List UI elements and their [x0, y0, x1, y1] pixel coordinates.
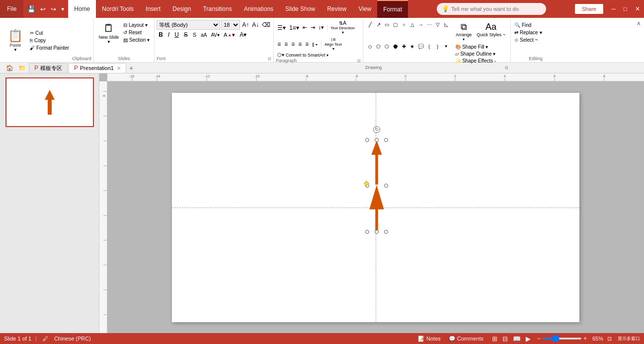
new-slide-button[interactable]: 🗒 New Slide ▼ [97, 20, 121, 46]
underline-button[interactable]: U [172, 31, 181, 39]
paste-button[interactable]: 📋 Paste ▼ [4, 20, 27, 61]
slide-item-1[interactable]: 1 [5, 77, 94, 127]
shape-rtarrow[interactable]: → [417, 21, 424, 28]
shape-effects-button[interactable]: ✨ Shape Effects - [454, 58, 507, 64]
shape-container[interactable]: ↻ [367, 140, 386, 232]
clear-format-button[interactable]: ⌫ [261, 21, 271, 29]
minimize-button[interactable]: ─ [607, 3, 620, 14]
template-tab[interactable]: P 模板专区 [29, 63, 68, 73]
tab-animations[interactable]: Animations [238, 0, 279, 18]
home-folder-button[interactable]: 🏠 [4, 64, 15, 72]
tab-review[interactable]: Review [321, 0, 352, 18]
handle-tr[interactable] [384, 138, 388, 142]
slide-show-button[interactable]: ▶ [524, 334, 532, 344]
font-color-button[interactable]: A▾ [238, 31, 248, 39]
shape-arrow[interactable]: ↗ [375, 21, 382, 28]
handle-tl[interactable] [365, 138, 369, 142]
zoom-out-button[interactable]: − [537, 335, 541, 342]
tab-slideshow[interactable]: Slide Show [279, 0, 321, 18]
slide-sorter-button[interactable]: ⊟ [501, 334, 509, 344]
char-spacing-button[interactable]: AV▾ [209, 32, 221, 38]
tell-me-input[interactable] [451, 6, 541, 12]
shape-outline-button[interactable]: ▱ Shape Outline ▾ [454, 51, 507, 57]
qat-more[interactable]: ▼ [59, 5, 66, 13]
font-size-decrease[interactable]: A↓ [251, 21, 260, 29]
shape-expand[interactable]: ▼ [442, 43, 450, 50]
shape-star[interactable]: ★ [408, 43, 416, 50]
numbering-button[interactable]: 1≡▾ [288, 24, 301, 32]
text-direction-button[interactable]: ⇅A Text Direction ▾ [329, 20, 356, 35]
handle-br[interactable] [384, 230, 388, 234]
file-button[interactable]: File [0, 0, 23, 18]
share-button[interactable]: Share [575, 4, 603, 14]
shape-octagon[interactable]: ⯃ [392, 43, 399, 50]
close-button[interactable]: ✕ [631, 3, 644, 14]
normal-view-button[interactable]: ⊞ [490, 334, 499, 344]
font-size-input2[interactable]: A▲▾ [222, 31, 237, 39]
shape-rt-tri[interactable]: ◺ [442, 21, 450, 28]
format-painter-button[interactable]: 🖌 Format Painter [28, 45, 71, 51]
paste-dropdown[interactable]: ▼ [13, 48, 17, 52]
rotation-handle[interactable]: ↻ [373, 126, 380, 133]
smallcaps-button[interactable]: aA [199, 32, 208, 38]
italic-button[interactable]: I [166, 31, 171, 39]
columns-button[interactable]: ⫿▾ [311, 41, 320, 48]
qat-undo[interactable]: ↩ [38, 4, 48, 14]
folder-button[interactable]: 📁 [16, 64, 28, 72]
indent-decrease[interactable]: ⇤ [301, 24, 309, 31]
slide-page[interactable]: ↻ [172, 93, 579, 322]
shape-hex[interactable]: ⬡ [383, 43, 391, 50]
comments-button[interactable]: 💬 Comments [446, 335, 486, 343]
zoom-slider[interactable] [542, 338, 582, 340]
handle-bc[interactable] [375, 230, 379, 234]
maximize-button[interactable]: □ [620, 3, 631, 14]
strikethrough-button[interactable]: S [182, 31, 190, 39]
zoom-in-button[interactable]: + [583, 335, 587, 342]
qat-redo[interactable]: ↪ [49, 4, 58, 14]
arrange-button[interactable]: ⧉ Arrange ▾ [454, 21, 474, 43]
align-justify[interactable]: ≡ [297, 40, 303, 48]
cut-button[interactable]: ✂ Cut [28, 30, 71, 36]
select-button[interactable]: ⊹ Select ~ [513, 37, 559, 43]
tab-home[interactable]: Home [68, 0, 96, 18]
shape-callout[interactable]: 💬 [417, 43, 424, 50]
shape-diamond[interactable]: ◇ [366, 43, 374, 50]
find-button[interactable]: 🔍 Find [513, 22, 559, 28]
reading-view-button[interactable]: 📖 [511, 334, 522, 344]
shape-line[interactable]: ╱ [366, 21, 374, 28]
convert-smartart-button[interactable]: ⬡▾ Convert to SmartArt ▾ [276, 52, 330, 58]
paragraph-dialog-launcher[interactable]: ⊡ [357, 59, 361, 63]
shape-leftarrow[interactable]: { [425, 43, 433, 50]
drawing-dialog-launcher[interactable]: ⊡ [505, 66, 508, 70]
replace-button[interactable]: ⇄ Replace ▾ [513, 29, 559, 36]
tab-insert[interactable]: Insert [140, 0, 166, 18]
qat-save[interactable]: 💾 [25, 4, 37, 14]
font-dialog-launcher[interactable]: ⊡ [268, 57, 271, 61]
tell-me-box[interactable]: 💡 [437, 3, 546, 15]
align-center[interactable]: ≡ [283, 40, 289, 48]
tab-nordri[interactable]: Nordri Tools [96, 0, 140, 18]
new-tab-button[interactable]: + [127, 64, 135, 72]
font-size-select[interactable]: 18 [221, 20, 240, 30]
shape-rounded-rect[interactable]: ▢ [392, 21, 399, 28]
shape-oval[interactable]: ○ [400, 21, 407, 28]
section-button[interactable]: ▤ Section ▾ [122, 37, 151, 43]
bullets-button[interactable]: ☰▾ [276, 24, 287, 32]
quick-styles-button[interactable]: Aa Quick Styles ~ [475, 21, 507, 43]
shape-rb[interactable]: } [434, 43, 441, 50]
handle-tc[interactable] [375, 138, 379, 142]
align-right[interactable]: ≡ [290, 40, 296, 48]
layout-button[interactable]: ⊟ Layout ▾ [122, 22, 151, 28]
status-notes-icon[interactable]: 🖊 [41, 335, 50, 342]
notes-button[interactable]: 📝 Notes [415, 335, 444, 343]
font-size-increase[interactable]: A↑ [241, 21, 250, 29]
copy-button[interactable]: ⎘ Copy [28, 37, 71, 44]
align-text-button[interactable]: ↕≡ Align Text ▾ [323, 36, 343, 52]
tab-design[interactable]: Design [166, 0, 197, 18]
fit-window-button[interactable]: ⊡ [605, 335, 614, 343]
shape-cross[interactable]: ✚ [400, 43, 407, 50]
shape-triangle[interactable]: △ [408, 21, 416, 28]
shape-isoc-tri[interactable]: ▽ [434, 21, 441, 28]
font-name-select[interactable]: 等线 (Body) [157, 20, 220, 30]
collapse-ribbon-button[interactable]: ∧ [637, 20, 641, 27]
